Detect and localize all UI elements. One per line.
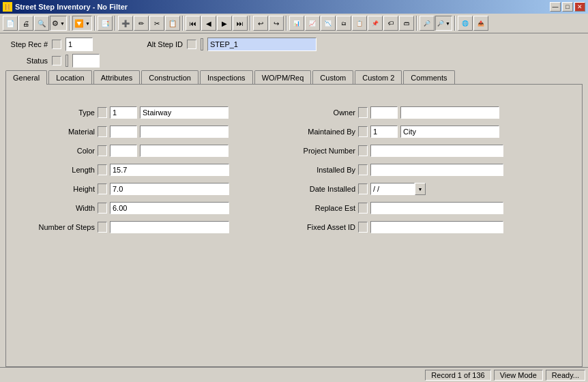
copy-button[interactable]: 📋 — [165, 16, 180, 31]
report4-button[interactable]: 🗂 — [336, 16, 351, 31]
tab-comments[interactable]: Comments — [403, 70, 454, 84]
field-row-date-installed: Date Installed ▼ — [294, 181, 568, 196]
material-value-input[interactable] — [140, 126, 229, 138]
sep1 — [69, 16, 70, 31]
redo-button[interactable]: ↪ — [269, 16, 284, 31]
minimize-button[interactable]: — — [550, 2, 561, 12]
color-label: Color — [20, 147, 95, 155]
installed-by-label: Installed By — [294, 166, 355, 174]
maintained-by-value-input[interactable] — [400, 126, 499, 138]
installed-by-input[interactable] — [370, 164, 503, 176]
type-value-input[interactable] — [140, 106, 229, 119]
status-indicator — [52, 56, 61, 65]
report8-button[interactable]: 🗃 — [399, 16, 414, 31]
date-installed-label: Date Installed — [294, 185, 355, 193]
width-input[interactable] — [110, 202, 229, 214]
tab-custom[interactable]: Custom — [312, 70, 353, 84]
step-rec-indicator — [52, 40, 61, 49]
tab-wo-pm-req[interactable]: WO/PM/Req — [254, 70, 312, 84]
maintained-by-label: Maintained By — [294, 128, 355, 136]
prev-record-button[interactable]: ◀ — [201, 16, 216, 31]
window-title: Street Step Inventory - No Filter — [15, 3, 128, 11]
web-button[interactable]: 🌐 — [458, 16, 473, 31]
replace-est-label: Replace Est — [294, 204, 355, 212]
owner-indicator — [358, 107, 368, 118]
project-number-input[interactable] — [370, 145, 503, 157]
tab-general[interactable]: General — [5, 70, 47, 85]
dropdown-arrow2: ▼ — [85, 21, 90, 26]
status-label: Status — [7, 57, 48, 65]
form-grid: Type Material Color — [13, 91, 575, 248]
material-indicator — [98, 126, 107, 137]
height-input[interactable] — [110, 183, 229, 195]
owner-value-input[interactable] — [400, 106, 499, 119]
dropdown-arrow: ▼ — [60, 21, 65, 26]
search-button[interactable]: 🔍 — [34, 16, 49, 31]
report7-button[interactable]: 🏷 — [383, 16, 398, 31]
tab-construction[interactable]: Construction — [141, 70, 199, 84]
status-bar: Record 1 of 136 View Mode Ready... — [0, 367, 588, 382]
print-button[interactable]: 🖨 — [18, 16, 33, 31]
export-button[interactable]: 📤 — [473, 16, 488, 31]
tab-custom2[interactable]: Custom 2 — [355, 70, 402, 84]
report1-button[interactable]: 📊 — [289, 16, 304, 31]
length-label: Length — [20, 166, 95, 174]
project-number-label: Project Number — [294, 147, 355, 155]
tab-location[interactable]: Location — [48, 70, 92, 84]
field-row-owner: Owner — [294, 105, 568, 120]
fixed-asset-id-input[interactable] — [370, 221, 503, 233]
maintained-by-code-input[interactable] — [370, 126, 398, 138]
owner-code-input[interactable] — [370, 106, 398, 119]
report6-button[interactable]: 📌 — [368, 16, 383, 31]
next-record-button[interactable]: ▶ — [217, 16, 232, 31]
height-label: Height — [20, 185, 95, 193]
zoom-button[interactable]: 🔎 — [420, 16, 435, 31]
step-rec-input[interactable] — [65, 38, 93, 51]
color-code-input[interactable] — [110, 145, 137, 157]
report2-button[interactable]: 📈 — [305, 16, 320, 31]
type-code-input[interactable] — [110, 106, 137, 119]
ready-panel: Ready... — [546, 370, 585, 381]
zoom-dropdown[interactable]: 🔎▼ — [435, 16, 452, 31]
tab-attributes[interactable]: Attributes — [93, 70, 140, 84]
fixed-asset-id-label: Fixed Asset ID — [294, 223, 355, 231]
last-record-button[interactable]: ⏭ — [233, 16, 248, 31]
field-row-maintained-by: Maintained By — [294, 124, 568, 139]
tab-content-general: Type Material Color — [5, 84, 583, 367]
doc-button[interactable]: 📑 — [98, 16, 113, 31]
status-input[interactable] — [72, 54, 100, 68]
num-steps-input[interactable] — [110, 221, 229, 233]
step-rec-row: Step Rec # Alt Step ID — [7, 38, 581, 51]
width-label: Width — [20, 204, 95, 212]
undo-button[interactable]: ↩ — [253, 16, 268, 31]
sep8 — [454, 16, 456, 31]
close-button[interactable]: ✕ — [574, 2, 585, 12]
maximize-button[interactable]: □ — [562, 2, 573, 12]
add-button[interactable]: ➕ — [118, 16, 133, 31]
report5-button[interactable]: 📋 — [352, 16, 367, 31]
height-indicator — [98, 183, 107, 194]
color-value-input[interactable] — [140, 145, 229, 157]
alt-step-indicator — [187, 40, 196, 49]
delete-button[interactable]: ✂ — [149, 16, 164, 31]
tab-inspections[interactable]: Inspections — [200, 70, 253, 84]
filter-dropdown[interactable]: 🔽 ▼ — [72, 16, 92, 31]
material-code-input[interactable] — [110, 126, 137, 138]
window-controls: — □ ✕ — [550, 2, 585, 12]
new-button[interactable]: 📄 — [3, 16, 18, 31]
length-input[interactable] — [110, 164, 229, 176]
report3-button[interactable]: 📉 — [321, 16, 336, 31]
maintained-by-indicator — [358, 126, 368, 137]
replace-est-input[interactable] — [370, 202, 503, 214]
settings-dropdown[interactable]: ⚙ ▼ — [50, 16, 67, 31]
edit-button[interactable]: ✏ — [134, 16, 149, 31]
filter-icon: 🔽 — [74, 19, 84, 28]
date-dropdown-button[interactable]: ▼ — [415, 183, 426, 195]
alt-step-label: Alt Step ID — [142, 40, 183, 48]
first-record-button[interactable]: ⏮ — [186, 16, 201, 31]
width-indicator — [98, 203, 107, 214]
date-installed-input[interactable] — [370, 183, 415, 195]
form-header: Step Rec # Alt Step ID Status — [0, 33, 588, 70]
app-icon: 🪜 — [3, 2, 12, 12]
alt-step-input[interactable] — [207, 38, 317, 51]
